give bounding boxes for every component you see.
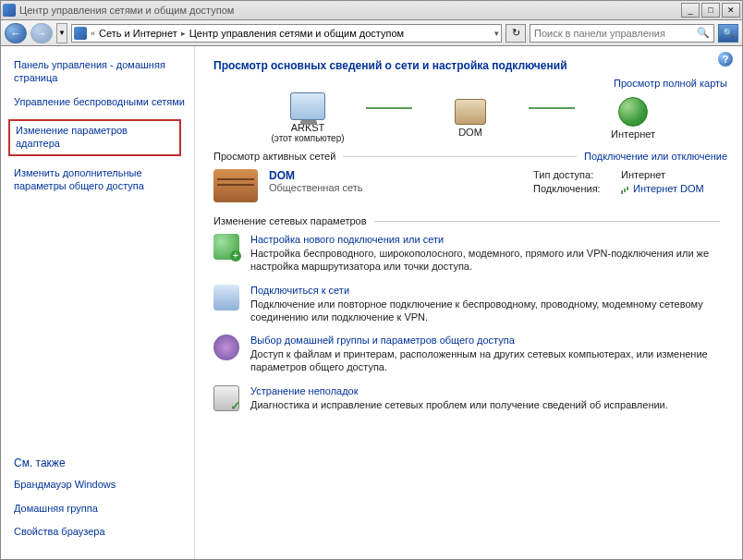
connect-network-icon xyxy=(213,285,239,310)
full-map-link[interactable]: Просмотр полной карты xyxy=(614,78,727,89)
netmap-internet: Интернет xyxy=(582,97,684,140)
minimize-button[interactable]: _ xyxy=(681,3,700,18)
netmap-router: DOM xyxy=(420,99,521,138)
help-icon[interactable]: ? xyxy=(718,52,733,67)
task-new-connection-link[interactable]: Настройка нового подключения или сети xyxy=(250,234,727,245)
troubleshoot-icon xyxy=(213,385,239,411)
window-title: Центр управления сетями и общим доступом xyxy=(19,5,681,16)
history-dropdown[interactable]: ▼ xyxy=(56,23,67,43)
search-box[interactable]: 🔍 xyxy=(530,24,714,43)
sidebar-link-sharing[interactable]: Изменить дополнительные параметры общего… xyxy=(14,167,185,193)
change-settings-section: Изменение сетевых параметров Настройка н… xyxy=(213,215,727,411)
sidebar-link-wireless[interactable]: Управление беспроводными сетями xyxy=(14,96,185,109)
network-map: ARKST (этот компьютер) DOM Интернет xyxy=(213,92,727,143)
app-icon xyxy=(3,4,16,17)
refresh-button[interactable]: ↻ xyxy=(505,24,526,43)
access-type-value: Интернет xyxy=(621,169,665,180)
page-title: Просмотр основных сведений о сети и наст… xyxy=(213,59,727,72)
task-new-connection: Настройка нового подключения или сети На… xyxy=(213,234,727,274)
back-button[interactable]: ← xyxy=(5,23,27,43)
see-also-homegroup[interactable]: Домашняя группа xyxy=(14,503,185,516)
network-name[interactable]: DOM xyxy=(269,169,522,182)
breadcrumb-part2[interactable]: Центр управления сетями и общим доступом xyxy=(189,28,404,39)
chevron-down-icon[interactable]: ▾ xyxy=(494,29,499,38)
task-new-connection-desc: Настройка беспроводного, широкополосного… xyxy=(250,247,727,274)
see-also-browser[interactable]: Свойства браузера xyxy=(14,526,185,539)
forward-button[interactable]: → xyxy=(30,23,53,43)
search-icon: 🔍 xyxy=(697,27,710,39)
computer-icon xyxy=(290,92,325,120)
connections-label: Подключения: xyxy=(533,183,621,194)
see-also-firewall[interactable]: Брандмауэр Windows xyxy=(14,479,185,492)
breadcrumb-sep-icon: « xyxy=(91,29,95,38)
close-button[interactable]: ✕ xyxy=(722,3,740,18)
chevron-right-icon: ▸ xyxy=(181,29,186,38)
search-input[interactable] xyxy=(534,28,691,39)
globe-icon xyxy=(618,97,648,127)
connection-link[interactable]: Интернет DOM xyxy=(633,183,704,194)
public-network-icon xyxy=(213,169,258,202)
titlebar: Центр управления сетями и общим доступом… xyxy=(0,0,743,20)
task-troubleshoot-link[interactable]: Устранение неполадок xyxy=(250,385,668,396)
search-button[interactable]: 🔍 xyxy=(718,24,738,43)
task-homegroup-desc: Доступ к файлам и принтерам, расположенн… xyxy=(250,347,727,374)
active-networks-section: Просмотр активных сетей Подключение или … xyxy=(213,151,727,202)
access-type-label: Тип доступа: xyxy=(533,169,621,180)
connection-line-icon xyxy=(529,107,575,109)
new-connection-icon xyxy=(213,234,239,260)
signal-icon xyxy=(621,185,630,194)
task-troubleshoot-desc: Диагностика и исправление сетевых пробле… xyxy=(250,398,668,411)
task-connect: Подключиться к сети Подключение или повт… xyxy=(213,285,727,324)
task-troubleshoot: Устранение неполадок Диагностика и испра… xyxy=(213,385,727,411)
homegroup-icon xyxy=(213,335,239,360)
sidebar-link-home[interactable]: Панель управления - домашняя страница xyxy=(14,59,185,85)
task-homegroup-link[interactable]: Выбор домашней группы и параметров общег… xyxy=(250,335,727,346)
connection-line-icon xyxy=(366,107,412,109)
maximize-button[interactable]: □ xyxy=(701,3,720,18)
address-bar[interactable]: « Сеть и Интернет ▸ Центр управления сет… xyxy=(71,24,502,43)
connect-disconnect-link[interactable]: Подключение или отключение xyxy=(584,151,727,162)
task-connect-link[interactable]: Подключиться к сети xyxy=(250,285,727,296)
task-homegroup: Выбор домашней группы и параметров общег… xyxy=(213,335,727,374)
active-networks-title: Просмотр активных сетей xyxy=(213,151,335,162)
netmap-this-computer: ARKST (этот компьютер) xyxy=(257,92,359,143)
breadcrumb-part1[interactable]: Сеть и Интернет xyxy=(99,28,177,39)
see-also-heading: См. также xyxy=(14,457,185,469)
change-settings-title: Изменение сетевых параметров xyxy=(213,215,367,226)
sidebar-link-adapter-settings[interactable]: Изменение параметров адаптера xyxy=(8,119,181,156)
sidebar: Панель управления - домашняя страница Уп… xyxy=(1,46,195,559)
main-content: Просмотр основных сведений о сети и наст… xyxy=(195,46,742,559)
network-properties: Тип доступа: Интернет Подключения: Интер… xyxy=(533,169,727,202)
network-type: Общественная сеть xyxy=(269,182,522,193)
navbar: ← → ▼ « Сеть и Интернет ▸ Центр управлен… xyxy=(0,20,743,46)
address-icon xyxy=(74,27,87,40)
network-device-icon xyxy=(455,99,486,125)
task-connect-desc: Подключение или повторное подключение к … xyxy=(250,298,727,324)
